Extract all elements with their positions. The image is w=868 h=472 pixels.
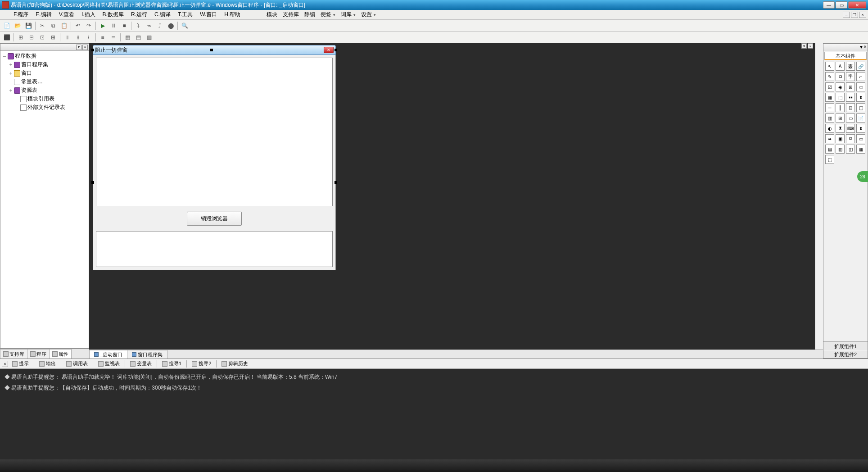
bottom-tab[interactable]: 搜寻2: [189, 359, 214, 368]
palette-component[interactable]: ▥: [825, 113, 834, 123]
palette-component[interactable]: 字: [846, 72, 855, 81]
notification-badge[interactable]: 28: [857, 171, 868, 182]
menu2-item[interactable]: 模块: [267, 11, 277, 18]
menu2-item[interactable]: 词库: [341, 11, 356, 18]
form-window[interactable]: 阻止一切弹窗 ✕ 销毁浏览器: [93, 45, 336, 270]
tree-root[interactable]: – 程序数据: [1, 52, 88, 60]
minimize-button[interactable]: —: [823, 1, 835, 9]
menu-item[interactable]: E.编辑: [32, 10, 55, 18]
palette-component[interactable]: ↖: [825, 62, 834, 71]
tree-node[interactable]: 模块引用表: [1, 95, 88, 103]
run-icon[interactable]: ▶: [98, 21, 108, 31]
palette-component[interactable]: ☑: [825, 82, 834, 91]
align-9-icon[interactable]: ≣: [108, 32, 118, 42]
new-icon[interactable]: 📄: [2, 21, 12, 31]
palette-component[interactable]: ⊞: [836, 113, 845, 123]
tree-node[interactable]: +资源表: [1, 86, 88, 95]
find-icon[interactable]: 🔍: [180, 21, 190, 31]
taskbar[interactable]: [0, 459, 868, 472]
palette-component[interactable]: ▦: [825, 93, 834, 102]
form-body[interactable]: 销毁浏览器: [93, 55, 336, 270]
menu-item[interactable]: V.查看: [55, 10, 78, 18]
tree-node[interactable]: +窗口: [1, 69, 88, 77]
align-8-icon[interactable]: ≡: [98, 32, 108, 42]
bottom-tab[interactable]: 提示: [9, 359, 32, 368]
palette-tab-basic[interactable]: 基本组件: [824, 52, 867, 60]
bottom-tab[interactable]: 调用表: [63, 359, 91, 368]
redo-icon[interactable]: ↷: [84, 21, 94, 31]
bottom-tab[interactable]: 搜寻1: [159, 359, 185, 368]
bottom-tab[interactable]: 输出: [36, 359, 59, 368]
palette-component[interactable]: ⊞: [846, 82, 855, 91]
editor-tab[interactable]: _启动窗口: [89, 350, 127, 359]
align-3-icon[interactable]: ⊡: [37, 32, 47, 42]
breakpoint-icon[interactable]: ⬤: [166, 21, 176, 31]
tree-node[interactable]: +窗口程序集: [1, 60, 88, 69]
palette-tab-ext2[interactable]: 扩展组件2: [823, 350, 868, 358]
menu2-item[interactable]: 便签: [321, 11, 335, 18]
menu-item[interactable]: I.插入: [78, 10, 99, 18]
save-icon[interactable]: 💾: [23, 21, 33, 31]
palette-component[interactable]: ─: [825, 103, 834, 112]
stop-icon[interactable]: ■: [119, 21, 129, 31]
align-5-icon[interactable]: ⫴: [62, 32, 72, 42]
step-into-icon[interactable]: ⤵: [133, 21, 143, 31]
palette-component[interactable]: ◫: [846, 145, 855, 154]
pause-icon[interactable]: ⏸: [108, 21, 118, 31]
align-12-icon[interactable]: ▥: [144, 32, 154, 42]
palette-component[interactable]: ◐: [825, 124, 834, 133]
palette-component[interactable]: ⊡: [846, 103, 855, 112]
menu2-item[interactable]: 设置: [361, 11, 376, 18]
step-over-icon[interactable]: ⤼: [144, 21, 154, 31]
left-tab[interactable]: 支持库: [0, 349, 27, 359]
palette-component[interactable]: ⬚: [825, 155, 834, 164]
palette-component[interactable]: ◉: [836, 82, 845, 91]
menu-item[interactable]: W.窗口: [196, 10, 221, 18]
bottom-close-icon[interactable]: ×: [2, 361, 8, 367]
palette-dropdown-icon[interactable]: ▾: [860, 44, 863, 51]
align-2-icon[interactable]: ⊟: [27, 32, 36, 42]
palette-component[interactable]: ◫: [856, 103, 865, 112]
palette-component[interactable]: ⬍: [856, 124, 865, 133]
mdi-restore-button[interactable]: ❐: [851, 12, 858, 18]
palette-component[interactable]: ▣: [836, 134, 845, 143]
resize-handle[interactable]: [335, 181, 337, 184]
align-1-icon[interactable]: ⊞: [16, 32, 26, 42]
bottom-tab[interactable]: 监视表: [95, 359, 123, 368]
menu-item[interactable]: B.数据库: [99, 10, 127, 18]
palette-component[interactable]: 🖼: [846, 62, 855, 71]
palette-component[interactable]: 🔗: [856, 62, 865, 71]
palette-component[interactable]: ⬍: [856, 93, 865, 102]
palette-component[interactable]: 📄: [856, 113, 865, 123]
bottom-tab[interactable]: 剪辑历史: [218, 359, 251, 368]
palette-component[interactable]: ┃: [836, 103, 845, 112]
menu2-item[interactable]: 支持库: [283, 11, 299, 18]
mdi-minimize-button[interactable]: –: [843, 12, 850, 18]
form-close-icon[interactable]: ✕: [324, 47, 334, 53]
undo-icon[interactable]: ↶: [73, 21, 83, 31]
design-close-icon[interactable]: ×: [808, 43, 813, 49]
palette-component[interactable]: ⌨: [846, 124, 855, 133]
maximize-button[interactable]: ▭: [836, 1, 847, 9]
palette-component[interactable]: ▤: [825, 145, 834, 154]
resize-handle[interactable]: [91, 49, 94, 51]
align-10-icon[interactable]: ▦: [122, 32, 132, 42]
palette-component[interactable]: ⌐: [856, 72, 865, 81]
mdi-close-button[interactable]: ×: [859, 12, 866, 18]
close-button[interactable]: ✕: [848, 1, 866, 9]
left-tab[interactable]: 属性: [49, 349, 72, 359]
form-control-2[interactable]: [96, 231, 333, 267]
palette-component[interactable]: ▥: [836, 145, 845, 154]
palette-component[interactable]: ▦: [856, 145, 865, 154]
palette-component[interactable]: ⧗: [836, 124, 845, 133]
palette-component[interactable]: A: [836, 62, 845, 71]
palette-component[interactable]: ☷: [846, 93, 855, 102]
palette-component[interactable]: ⧉: [846, 134, 855, 143]
tree-node[interactable]: 外部文件记录表: [1, 103, 88, 112]
menu-item[interactable]: F.程序: [10, 10, 32, 18]
design-dropdown-icon[interactable]: ▾: [801, 43, 807, 49]
resize-handle[interactable]: [91, 181, 94, 184]
palette-component[interactable]: ▭: [856, 82, 865, 91]
align-4-icon[interactable]: ⊞: [48, 32, 58, 42]
menu-item[interactable]: C.编译: [151, 10, 174, 18]
